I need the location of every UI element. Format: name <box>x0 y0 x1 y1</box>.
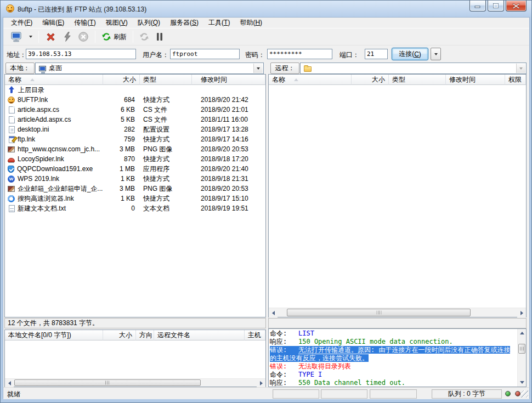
queue-col-host[interactable]: 主机 <box>245 330 265 340</box>
file-row[interactable]: 企业邮箱_企业邮箱申请_企... 3 MB PNG 图像 2018/9/20 2… <box>5 184 265 194</box>
password-input[interactable] <box>267 49 332 59</box>
local-col-type[interactable]: 类型 <box>140 75 192 85</box>
local-col-size[interactable]: 大小 <box>103 75 140 85</box>
local-file-list: 名称 大小 类型 修改时间 上层目录 8UFTP.lnk 684 快捷方式 20… <box>4 74 266 317</box>
file-row[interactable]: 搜狗高速浏览器.lnk 1 KB 快捷方式 2018/9/17 15:10 <box>5 194 265 203</box>
file-name: ftp.lnk <box>18 135 35 143</box>
maximize-button[interactable] <box>488 1 504 12</box>
menu-file[interactable]: 文件(F) <box>6 17 37 29</box>
remote-pane-button[interactable]: 远程： <box>270 63 299 74</box>
connect-site-button[interactable] <box>8 30 25 44</box>
status-ready-text: 就绪 <box>7 390 20 399</box>
file-row[interactable]: 新建文本文档.txt 0 文本文档 2018/9/19 19:51 <box>5 203 265 213</box>
file-name: 新建文本文档.txt <box>18 204 66 213</box>
port-input[interactable] <box>365 49 388 59</box>
window-title: 8uftp - 已连接到 新 FTP 站点 (39.108.53.13) <box>18 5 146 14</box>
connect-site-dropdown[interactable] <box>26 30 35 44</box>
chevron-down-icon <box>434 53 438 55</box>
stop-button[interactable] <box>75 30 92 44</box>
scrollbar-thumb[interactable] <box>14 379 201 386</box>
maximize-icon <box>493 3 499 9</box>
username-input[interactable] <box>170 49 240 59</box>
remote-path-combobox[interactable] <box>300 63 527 74</box>
menu-tools[interactable]: 工具(T) <box>203 17 235 29</box>
remote-path-dropdown[interactable] <box>516 64 525 73</box>
queue-col-remote[interactable]: 远程文件名 <box>154 330 245 340</box>
log-pane[interactable]: 命令:LIST 响应:150 Opening ASCII mode data c… <box>268 328 527 387</box>
transfer-queue: 本地文件名[0/0 字节]) 大小 方向 远程文件名 主机 <box>4 330 266 387</box>
file-row[interactable]: QQPCDownload1591.exe 1 MB 应用程序 2018/9/20… <box>5 164 265 174</box>
transfer-button[interactable] <box>137 30 152 44</box>
file-row[interactable]: article.aspx.cs 6 KB CS 文件 2018/9/20 21:… <box>5 105 265 115</box>
file-row[interactable]: LocoySpider.lnk 870 快捷方式 2018/9/18 17:20 <box>5 154 265 164</box>
file-type: PNG 图像 <box>140 145 192 154</box>
minimize-button[interactable] <box>469 1 486 12</box>
remote-col-modified[interactable]: 修改时间 <box>446 75 505 85</box>
menu-edit[interactable]: 编辑(E) <box>37 17 69 29</box>
local-col-modified[interactable]: 修改时间 <box>192 75 265 85</box>
queue-col-local[interactable]: 本地文件名[0/0 字节]) <box>5 330 103 340</box>
scroll-right-button[interactable] <box>257 379 265 387</box>
app-window: 8uftp - 已连接到 新 FTP 站点 (39.108.53.13) 文件(… <box>0 0 532 403</box>
scroll-up-button[interactable] <box>518 329 527 337</box>
file-modified: 2018/9/18 21:31 <box>192 175 265 183</box>
pause-button[interactable] <box>153 30 166 44</box>
refresh-button[interactable]: 刷新 <box>99 30 129 44</box>
file-row[interactable]: http_www.qcnsw.com_jc.h... 3 MB PNG 图像 2… <box>5 144 265 154</box>
scrollbar-thumb[interactable] <box>518 344 525 354</box>
remote-col-size[interactable]: 大小 <box>352 75 389 85</box>
remote-horizontal-scrollbar[interactable] <box>269 308 526 317</box>
file-size: 6 KB <box>103 106 140 113</box>
address-label: 地址： <box>7 50 26 60</box>
quick-connect-button[interactable] <box>60 30 74 44</box>
file-row[interactable]: ftp.lnk 759 快捷方式 2018/9/17 14:16 <box>5 134 265 144</box>
local-path-dropdown[interactable] <box>253 64 263 73</box>
queue-col-direction[interactable]: 方向 <box>136 330 154 340</box>
connect-button[interactable]: 连接(C) <box>392 48 428 60</box>
ftp-app-icon <box>8 97 15 104</box>
connect-dropdown-button[interactable] <box>431 48 441 60</box>
scroll-down-button[interactable] <box>518 378 527 387</box>
chevron-down-icon <box>519 67 523 70</box>
menu-transfer[interactable]: 传输(T) <box>69 17 100 29</box>
sort-asc-icon <box>30 78 35 81</box>
file-row[interactable]: 8UFTP.lnk 684 快捷方式 2018/9/20 21:42 <box>5 95 265 105</box>
up-directory-row[interactable]: 上层目录 <box>5 85 265 95</box>
menu-queue[interactable]: 队列(Q) <box>133 17 165 29</box>
file-modified: 2018/9/20 20:53 <box>192 185 265 192</box>
close-button[interactable] <box>506 1 527 12</box>
file-modified: 2018/9/17 13:28 <box>192 126 265 133</box>
file-modified: 2018/9/19 19:51 <box>192 205 265 212</box>
local-col-name[interactable]: 名称 <box>5 75 103 85</box>
scroll-right-button[interactable] <box>517 308 526 317</box>
file-row[interactable]: desktop.ini 282 配置设置 2018/9/17 13:28 <box>5 124 265 134</box>
queue-horizontal-scrollbar[interactable] <box>5 378 265 387</box>
file-row[interactable]: WPS 2019.lnk 1 KB 快捷方式 2018/9/18 21:31 <box>5 174 265 184</box>
refresh-icon <box>101 32 111 42</box>
queue-size-text: 队列 : 0 字节 <box>448 389 485 399</box>
menu-view[interactable]: 视图(V) <box>101 17 133 29</box>
wps-icon <box>8 175 15 183</box>
sogou-icon <box>8 195 15 202</box>
title-bar[interactable]: 8uftp - 已连接到 新 FTP 站点 (39.108.53.13) <box>1 1 531 17</box>
app-icon <box>6 4 14 13</box>
remote-col-perm[interactable]: 权限 <box>505 75 526 85</box>
resize-grip[interactable] <box>521 390 528 398</box>
remote-column-headers: 名称 大小 类型 修改时间 权限 <box>269 75 526 85</box>
disconnect-button[interactable] <box>42 30 59 44</box>
local-path-combobox[interactable]: 桌面 <box>35 63 264 74</box>
file-modified: 2018/9/20 20:53 <box>192 145 265 153</box>
scrollbar-thumb[interactable] <box>287 309 471 316</box>
scroll-left-button[interactable] <box>269 308 278 317</box>
queue-col-size[interactable]: 大小 <box>103 330 136 340</box>
log-vertical-scrollbar[interactable] <box>517 329 526 387</box>
file-row[interactable]: articleAdd.aspx.cs 5 KB CS 文件 2018/1/11 … <box>5 115 265 124</box>
transfer-icon <box>139 32 149 42</box>
address-input[interactable] <box>26 49 136 59</box>
menu-help[interactable]: 帮助(H) <box>235 17 267 29</box>
remote-col-type[interactable]: 类型 <box>389 75 446 85</box>
scroll-left-button[interactable] <box>5 379 14 387</box>
menu-server[interactable]: 服务器(S) <box>165 17 203 29</box>
local-pane-button[interactable]: 本地： <box>5 63 35 74</box>
remote-col-name[interactable]: 名称 <box>269 75 352 85</box>
